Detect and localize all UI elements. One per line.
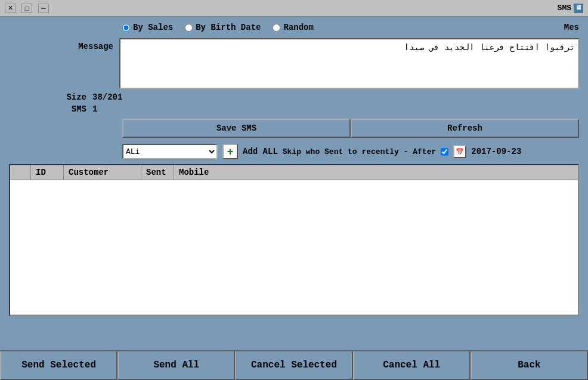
size-label: Size xyxy=(9,92,92,102)
app-icon: 🖥 xyxy=(574,4,583,13)
radio-row: By Sales By Birth Date Random Mes xyxy=(9,23,579,32)
by-birth-date-label: By Birth Date xyxy=(196,23,261,32)
maximize-button[interactable]: □ xyxy=(21,4,32,13)
title-bar: ✕ □ ─ SMS 🖥 xyxy=(0,0,588,17)
customer-table: ID Customer Sent Mobile xyxy=(9,164,579,316)
date-display: 2017-09-23 xyxy=(471,147,521,156)
title-bar-controls: ✕ □ ─ xyxy=(5,4,49,13)
col-mobile: Mobile xyxy=(174,165,578,180)
main-content: By Sales By Birth Date Random Mes Messag… xyxy=(0,17,588,350)
filter-row: ALi + Add ALL Skip who Sent to recently … xyxy=(122,144,579,159)
save-sms-button[interactable]: Save SMS xyxy=(122,119,351,138)
random-label: Random xyxy=(283,23,313,32)
mes-label: Mes xyxy=(564,23,579,32)
message-row: Message ترقبوا افتتاح فرعنا الجديد في صي… xyxy=(9,38,579,89)
skip-label: Skip who Sent to recently - After xyxy=(283,147,436,156)
close-button[interactable]: ✕ xyxy=(5,4,16,13)
title-bar-title: SMS 🖥 xyxy=(558,4,583,13)
size-value: 38/201 xyxy=(92,92,122,102)
add-all-label: Add ALL xyxy=(243,147,278,156)
action-buttons: Save SMS Refresh xyxy=(122,119,579,138)
radio-by-birth-date[interactable]: By Birth Date xyxy=(185,23,261,32)
table-body xyxy=(10,180,578,314)
col-sent: Sent xyxy=(141,165,174,180)
table-header: ID Customer Sent Mobile xyxy=(10,165,578,180)
cancel-selected-button[interactable]: Cancel Selected xyxy=(235,351,352,380)
back-button[interactable]: Back xyxy=(471,351,588,380)
skip-checkbox[interactable] xyxy=(441,148,448,156)
minimize-button[interactable]: ─ xyxy=(38,4,49,13)
send-selected-button[interactable]: Send Selected xyxy=(0,351,117,380)
radio-random[interactable]: Random xyxy=(273,23,313,32)
message-label: Message xyxy=(9,38,113,51)
app-title: SMS xyxy=(558,4,571,13)
col-customer: Customer xyxy=(64,165,141,180)
col-checkbox xyxy=(10,165,31,180)
by-sales-label: By Sales xyxy=(133,23,173,32)
refresh-button[interactable]: Refresh xyxy=(351,119,579,138)
user-dropdown[interactable]: ALi xyxy=(122,144,218,159)
size-row: Size 38/201 xyxy=(9,92,579,102)
cancel-all-button[interactable]: Cancel All xyxy=(353,351,471,380)
message-textarea[interactable]: ترقبوا افتتاح فرعنا الجديد في صيدا xyxy=(119,38,579,89)
add-plus-button[interactable]: + xyxy=(222,144,238,159)
bottom-bar: Send Selected Send All Cancel Selected C… xyxy=(0,350,588,380)
calendar-button[interactable]: 📅 xyxy=(453,145,466,158)
send-all-button[interactable]: Send All xyxy=(117,351,235,380)
radio-by-sales[interactable]: By Sales xyxy=(122,23,173,32)
sms-value: 1 xyxy=(92,104,97,114)
col-id: ID xyxy=(31,165,64,180)
sms-label: SMS xyxy=(9,104,92,114)
size-sms-block: Size 38/201 SMS 1 xyxy=(9,92,579,115)
sms-row: SMS 1 xyxy=(9,104,579,114)
